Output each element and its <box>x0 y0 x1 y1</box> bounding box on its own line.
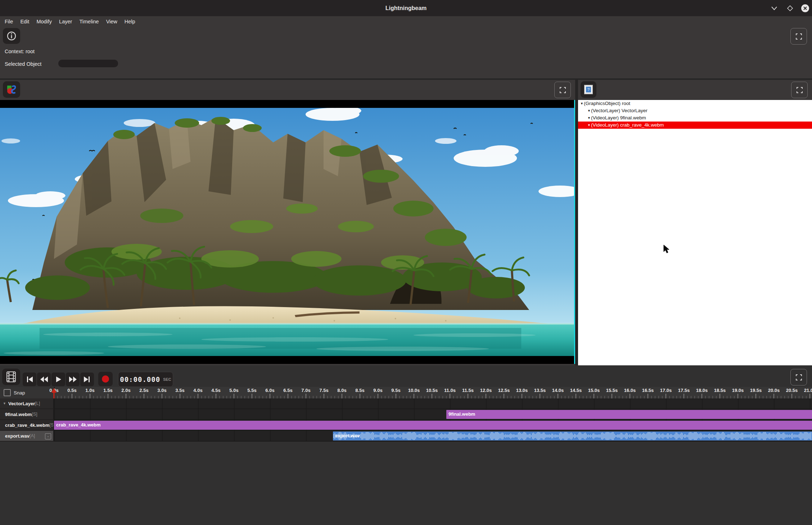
menu-file[interactable]: File <box>4 18 13 25</box>
track-label-crab_rave_4k.webm[interactable]: crab_rave_4k.webm[S] <box>0 420 54 431</box>
menu-layer[interactable]: Layer <box>59 18 72 25</box>
ruler-tick-label: 13.0s <box>516 388 528 393</box>
ruler-tick-label: 18.0s <box>696 388 708 393</box>
panel-gap <box>575 80 578 365</box>
tree-expand-button[interactable] <box>791 82 808 98</box>
context-label: Context: root <box>5 49 35 54</box>
menu-view[interactable]: View <box>106 18 118 25</box>
info-icon <box>6 31 17 41</box>
ruler-tick-label: 14.5s <box>570 388 582 393</box>
track-lane-VectorLayer[interactable] <box>54 398 812 409</box>
expand-icon <box>797 87 803 93</box>
track-lane-9final.webm[interactable]: 9final.webm <box>54 409 812 420</box>
ruler-tick-label: 17.0s <box>660 388 672 393</box>
diamond-icon <box>786 5 794 12</box>
ruler-tick-label: 13.5s <box>534 388 546 393</box>
clip-export.wav[interactable]: export.wav <box>333 432 812 440</box>
skip-end-button[interactable] <box>80 373 94 386</box>
track-label-9final.webm[interactable]: 9final.webm[S] <box>0 409 54 420</box>
selected-object-input[interactable] <box>58 60 118 67</box>
track-name: export.wav <box>5 433 30 439</box>
fast-forward-button[interactable] <box>66 373 80 386</box>
rewind-icon <box>39 375 49 384</box>
chevron-down-icon <box>771 6 778 11</box>
maximize-button[interactable] <box>785 3 795 14</box>
snap-checkbox[interactable] <box>4 389 11 396</box>
tree-caret-icon: ▼ <box>587 109 591 113</box>
play-icon <box>53 375 63 384</box>
ruler-tick-label: 2.0s <box>121 388 130 393</box>
menu-timeline[interactable]: Timeline <box>79 18 99 25</box>
ruler-tick-label: 5.0s <box>229 388 238 393</box>
tree-header: ? <box>578 80 812 100</box>
clip-9final.webm[interactable]: 9final.webm <box>446 410 812 419</box>
timeline-ruler[interactable]: 0.0s0.5s1.0s1.5s2.0s2.5s3.0s3.5s4.0s4.5s… <box>54 387 812 398</box>
track-name: VectorLayer <box>8 401 35 406</box>
ruler-tick-label: 20.0s <box>768 388 780 393</box>
selected-object-label: Selected Object <box>5 61 41 67</box>
titlebar: Lightningbeam <box>0 0 812 16</box>
ruler-tick-label: 20.5s <box>786 388 798 393</box>
close-button[interactable] <box>800 3 811 14</box>
playhead[interactable] <box>51 388 57 400</box>
scene-tree-panel: ? ▼(GraphicsObject) root▼(VectorLayer) V… <box>578 80 812 365</box>
timeline-expand-button[interactable] <box>790 369 807 385</box>
ruler-tick-label: 5.5s <box>247 388 256 393</box>
timeline-toolbar: 00:00.000 SEC <box>0 368 812 387</box>
snap-control: Snap <box>0 387 55 398</box>
track-lane-export.wav[interactable]: export.wav <box>54 431 812 442</box>
ruler-tick-label: 11.0s <box>444 388 456 393</box>
shapes-tool-button[interactable] <box>3 81 20 98</box>
expand-icon <box>796 33 802 40</box>
canvas-expand-button[interactable] <box>554 82 571 98</box>
track-label-export.wav[interactable]: export.wav[A]- <box>0 431 54 442</box>
canvas-header <box>0 80 575 100</box>
expand-icon <box>796 374 802 380</box>
skip-end-icon <box>82 375 92 384</box>
tree-item-3[interactable]: ▼(VideoLayer) crab_rave_4k.webm <box>578 122 812 129</box>
scene-tree: ▼(GraphicsObject) root▼(VectorLayer) Vec… <box>578 100 812 365</box>
waveform-graphic <box>333 432 812 440</box>
skip-start-button[interactable] <box>23 373 36 386</box>
track-row-VectorLayer: ▼VectorLayer[L] <box>0 398 812 409</box>
fast-forward-icon <box>68 375 78 384</box>
time-unit-label: SEC <box>163 377 171 382</box>
ruler-tick-label: 16.0s <box>624 388 636 393</box>
properties-expand-button[interactable] <box>790 28 807 45</box>
ruler-tick-label: 7.0s <box>301 388 310 393</box>
ruler-tick-label: 10.0s <box>408 388 420 393</box>
clip-label: 9final.webm <box>448 411 475 417</box>
rewind-button[interactable] <box>37 373 51 386</box>
tree-item-0[interactable]: ▼(GraphicsObject) root <box>578 100 812 107</box>
ruler-tick-label: 16.5s <box>642 388 654 393</box>
track-type-suffix: [A] <box>30 433 35 438</box>
library-image-button[interactable]: ? <box>581 81 596 98</box>
transport-controls <box>23 373 94 386</box>
track-row-export.wav: export.wav[A]-export.wav <box>0 431 812 442</box>
stage-viewport[interactable] <box>0 100 575 364</box>
ruler-tick-label: 15.5s <box>606 388 618 393</box>
tree-caret-icon: ▼ <box>587 116 591 120</box>
track-label-VectorLayer[interactable]: ▼VectorLayer[L] <box>0 398 54 409</box>
info-button[interactable] <box>3 28 20 44</box>
ruler-tick-label: 10.5s <box>426 388 438 393</box>
tree-item-2[interactable]: ▼(VideoLayer) 9final.webm <box>578 114 812 122</box>
menu-help[interactable]: Help <box>124 18 136 25</box>
menu-edit[interactable]: Edit <box>20 18 30 25</box>
tree-item-1[interactable]: ▼(VectorLayer) VectorLayer <box>578 107 812 114</box>
track-type-suffix: [S] <box>50 423 54 428</box>
tree-caret-icon: ▼ <box>587 123 591 127</box>
minimize-button[interactable] <box>769 3 780 14</box>
play-button[interactable] <box>51 373 65 386</box>
track-remove-button[interactable]: - <box>45 433 51 439</box>
menu-modify[interactable]: Modify <box>36 18 52 25</box>
ruler-tick-label: 1.0s <box>85 388 94 393</box>
timeline-panel-button[interactable] <box>2 369 20 385</box>
track-lane-crab_rave_4k.webm[interactable]: crab_rave_4k.webm <box>54 420 812 431</box>
ruler-tick-label: 6.0s <box>265 388 274 393</box>
clip-crab_rave_4k.webm[interactable]: crab_rave_4k.webm <box>54 421 812 430</box>
ruler-tick-label: 1.5s <box>103 388 112 393</box>
timeline-tracks: ▼VectorLayer[L]9final.webm[S]9final.webm… <box>0 398 812 442</box>
track-collapse-icon[interactable]: ▼ <box>3 402 6 405</box>
record-button[interactable] <box>98 372 113 386</box>
